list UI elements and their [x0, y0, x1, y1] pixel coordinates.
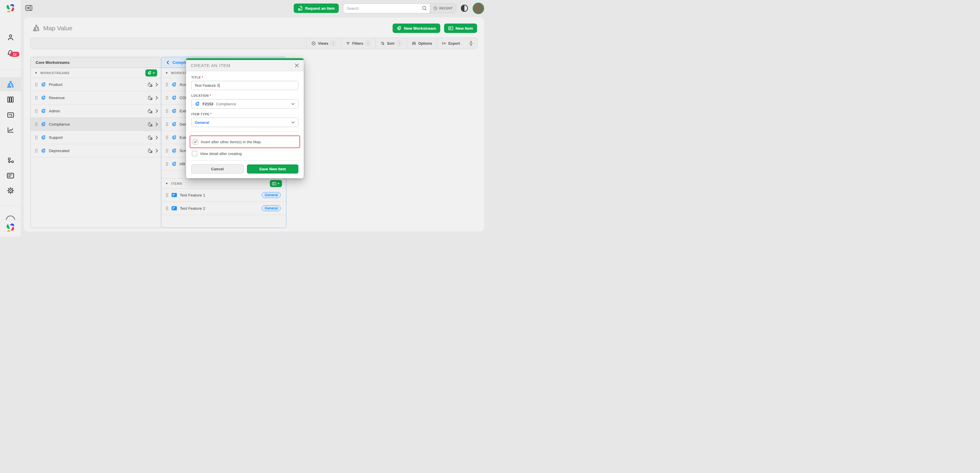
- stats-pie-icon[interactable]: [148, 135, 153, 140]
- checkbox-unchecked[interactable]: [192, 151, 197, 156]
- drag-handle-icon[interactable]: [35, 95, 38, 100]
- workstream-row-product[interactable]: Product: [30, 78, 161, 91]
- expand-sidebar-icon[interactable]: [25, 5, 32, 11]
- drag-handle-icon[interactable]: [165, 206, 169, 211]
- location-name: Compliance: [216, 102, 236, 106]
- options-button[interactable]: Options: [407, 38, 437, 49]
- app-logo-bottom[interactable]: [0, 223, 21, 232]
- cancel-button[interactable]: Cancel: [191, 164, 244, 173]
- title-input[interactable]: Test Feature 3: [191, 81, 298, 90]
- workstream-loop-icon: [397, 26, 401, 30]
- sidebar-item-chart[interactable]: [0, 126, 21, 134]
- checkbox-checked[interactable]: [193, 139, 198, 144]
- add-workstream-button[interactable]: +: [145, 70, 157, 76]
- map-value-icon: [33, 24, 40, 32]
- workstream-row-support[interactable]: Support: [30, 131, 161, 144]
- filters-count: 0: [365, 41, 371, 46]
- workstream-row-revenue[interactable]: Revenue: [30, 91, 161, 105]
- insert-after-checkbox-row[interactable]: Insert after other Item(s) in the Map.: [193, 139, 297, 144]
- drag-handle-icon[interactable]: [165, 109, 169, 113]
- help-icon[interactable]: [0, 216, 21, 220]
- sidebar-item-workflow[interactable]: [0, 157, 21, 165]
- collapse-triangle-icon[interactable]: ▼: [165, 182, 168, 185]
- filters-button[interactable]: Filters 0: [341, 38, 376, 49]
- modal-divider: [191, 132, 298, 132]
- highlighted-option-box: Insert after other Item(s) in the Map.: [189, 135, 300, 148]
- drag-handle-icon[interactable]: [35, 135, 38, 140]
- chevron-right-icon[interactable]: [155, 95, 158, 100]
- user-avatar[interactable]: [473, 3, 484, 14]
- chevron-left-icon[interactable]: [166, 60, 170, 65]
- chevron-right-icon[interactable]: [155, 149, 158, 153]
- sidebar-item-notifications[interactable]: 12: [0, 49, 21, 57]
- sidebar-item-settings[interactable]: [0, 187, 21, 194]
- item-type-select[interactable]: General: [191, 117, 298, 127]
- chevron-right-icon[interactable]: [155, 109, 158, 113]
- collapse-rows-icon[interactable]: [465, 38, 477, 49]
- sidebar-item-board[interactable]: [0, 111, 21, 119]
- theme-contrast-toggle-icon[interactable]: [461, 5, 468, 12]
- stats-pie-icon[interactable]: [148, 82, 153, 87]
- drag-handle-icon[interactable]: [165, 149, 169, 153]
- drag-handle-icon[interactable]: [35, 109, 38, 113]
- workstream-name: Admin: [49, 109, 145, 113]
- sliders-icon: [412, 41, 416, 46]
- add-item-button[interactable]: +: [270, 180, 282, 187]
- workstream-row-compliance[interactable]: Compliance: [30, 117, 161, 131]
- chevron-right-icon[interactable]: [155, 83, 158, 87]
- item-card-icon: [172, 206, 177, 210]
- stats-pie-icon[interactable]: [148, 148, 153, 153]
- views-button[interactable]: Views 0: [306, 38, 340, 49]
- save-new-item-button[interactable]: Save New Item: [247, 164, 299, 173]
- collapse-triangle-icon[interactable]: ▼: [35, 71, 38, 75]
- items-section-row[interactable]: ▼ ITEMS +: [161, 178, 286, 189]
- drag-handle-icon[interactable]: [165, 95, 169, 100]
- item-type-badge[interactable]: General: [262, 205, 281, 211]
- sidebar-item-map[interactable]: [0, 81, 21, 88]
- stats-pie-icon[interactable]: [148, 95, 153, 100]
- sidebar-divider: [0, 220, 21, 220]
- workstream-row-admin[interactable]: Admin: [30, 105, 161, 117]
- sidebar-item-columns[interactable]: [0, 96, 21, 103]
- drag-handle-icon[interactable]: [165, 193, 169, 197]
- workstream-loop-icon: [41, 148, 46, 153]
- workstream-row-deprecated[interactable]: Deprecated: [30, 144, 161, 157]
- request-an-item-button[interactable]: Request an Item: [294, 3, 339, 13]
- sort-button[interactable]: Sort 0: [375, 38, 407, 49]
- item-type-badge[interactable]: General: [262, 192, 281, 198]
- drag-handle-icon[interactable]: [165, 122, 169, 127]
- drag-handle-icon[interactable]: [35, 149, 38, 153]
- chevron-right-icon[interactable]: [155, 135, 158, 140]
- drag-handle-icon[interactable]: [165, 162, 169, 166]
- sidebar-item-profile[interactable]: [0, 33, 21, 41]
- drag-handle-icon[interactable]: [35, 83, 38, 87]
- gear-icon: [7, 187, 14, 194]
- chevron-down-icon: [291, 103, 295, 105]
- location-code: F2153: [202, 102, 213, 106]
- item-row-test-feature-1[interactable]: Test Feature 1 General: [161, 189, 286, 202]
- location-select[interactable]: F2153 Compliance: [191, 99, 298, 108]
- drag-handle-icon[interactable]: [35, 122, 38, 127]
- search-icon[interactable]: [422, 6, 427, 11]
- workstream-loop-icon: [41, 82, 46, 87]
- drag-handle-icon[interactable]: [165, 135, 169, 140]
- export-label: Export: [448, 41, 460, 46]
- collapse-triangle-icon[interactable]: ▼: [165, 71, 168, 75]
- search-input[interactable]: [346, 6, 420, 11]
- drag-handle-icon[interactable]: [165, 83, 169, 87]
- view-detail-checkbox-row[interactable]: View detail after creating: [192, 151, 298, 156]
- export-button[interactable]: Export: [437, 38, 465, 49]
- stats-pie-icon[interactable]: [148, 108, 153, 114]
- sidebar-item-items[interactable]: [0, 173, 21, 179]
- close-icon[interactable]: [294, 63, 299, 68]
- item-row-test-feature-2[interactable]: Test Feature 2 General: [161, 202, 286, 215]
- new-item-button[interactable]: New Item: [444, 24, 477, 33]
- workstream-loop-icon: [41, 135, 46, 140]
- new-workstream-button[interactable]: New Workstream: [393, 24, 440, 33]
- chevron-right-icon[interactable]: [155, 122, 158, 127]
- workstreams-section-row[interactable]: ▼ WORKSTREAMS +: [30, 68, 161, 78]
- recent-button[interactable]: RECENT: [430, 4, 456, 13]
- app-logo[interactable]: [0, 3, 21, 13]
- item-type-value: General: [195, 120, 209, 125]
- stats-pie-icon[interactable]: [148, 122, 153, 127]
